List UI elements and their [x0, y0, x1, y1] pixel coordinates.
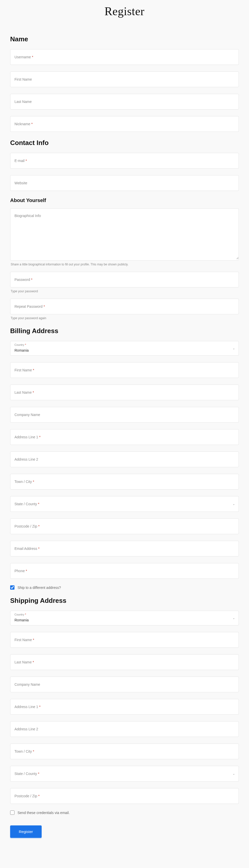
email-field-wrap: E-mail *: [10, 153, 239, 168]
billing-state-wrap: State / County * ⌄: [10, 496, 239, 512]
shipping-first-name-input[interactable]: [10, 632, 239, 647]
section-heading-billing: Billing Address: [10, 327, 239, 335]
shipping-address1-input[interactable]: [10, 699, 239, 714]
billing-email-wrap: Email Address *: [10, 541, 239, 556]
billing-state-select[interactable]: [10, 496, 239, 512]
email-input[interactable]: [10, 153, 239, 168]
shipping-country-select[interactable]: Romania: [10, 613, 239, 625]
billing-country-field-wrap: Country * Romania ⌄: [10, 341, 239, 356]
repeat-password-field-wrap: Repeat Password *: [10, 299, 239, 314]
billing-city-wrap: Town / City *: [10, 474, 239, 490]
section-heading-name: Name: [10, 35, 239, 43]
shipping-address1-wrap: Address Line 1 *: [10, 699, 239, 715]
shipping-address2-wrap: [10, 721, 239, 737]
billing-phone-wrap: Phone *: [10, 563, 239, 579]
nickname-field-wrap: Nickname *: [10, 116, 239, 132]
section-heading-contact: Contact Info: [10, 139, 239, 147]
ship-different-checkbox[interactable]: [10, 585, 15, 590]
username-input[interactable]: [10, 50, 239, 65]
last-name-input[interactable]: [10, 94, 239, 109]
shipping-country-field-wrap: Country * Romania ⌄: [10, 611, 239, 625]
billing-email-input[interactable]: [10, 541, 239, 556]
shipping-first-name-wrap: First Name *: [10, 632, 239, 648]
billing-phone-input[interactable]: [10, 563, 239, 579]
billing-postcode-wrap: Postcode / Zip *: [10, 519, 239, 534]
last-name-field-wrap: [10, 94, 239, 110]
shipping-postcode-wrap: Postcode / Zip *: [10, 788, 239, 804]
ship-different-label: Ship to a different address?: [18, 586, 61, 590]
first-name-field-wrap: [10, 71, 239, 87]
section-heading-about: About Yourself: [10, 197, 239, 203]
billing-address2-input[interactable]: [10, 452, 239, 467]
billing-address1-input[interactable]: [10, 429, 239, 445]
shipping-city-wrap: Town / City *: [10, 744, 239, 759]
bio-helper: Share a little biographical information …: [11, 262, 239, 266]
first-name-input[interactable]: [10, 72, 239, 87]
shipping-state-wrap: State / County * ⌄: [10, 766, 239, 781]
billing-company-wrap: [10, 407, 239, 423]
billing-postcode-input[interactable]: [10, 519, 239, 534]
billing-first-name-wrap: First Name *: [10, 362, 239, 378]
repeat-password-helper: Type your password again: [11, 316, 239, 320]
shipping-company-input[interactable]: [10, 677, 239, 692]
password-helper: Type your password: [11, 289, 239, 293]
shipping-city-input[interactable]: [10, 744, 239, 759]
password-input[interactable]: [10, 272, 239, 287]
shipping-postcode-input[interactable]: [10, 788, 239, 804]
page-title: Register: [10, 0, 239, 28]
website-input[interactable]: [10, 176, 239, 191]
billing-address1-wrap: Address Line 1 *: [10, 429, 239, 445]
billing-last-name-input[interactable]: [10, 385, 239, 400]
website-field-wrap: [10, 175, 239, 191]
bio-textarea[interactable]: [10, 209, 239, 259]
billing-address2-wrap: [10, 452, 239, 467]
billing-first-name-input[interactable]: [10, 363, 239, 378]
shipping-state-select[interactable]: [10, 766, 239, 781]
password-field-wrap: Password *: [10, 272, 239, 287]
billing-company-input[interactable]: [10, 407, 239, 422]
shipping-address2-input[interactable]: [10, 721, 239, 737]
billing-city-input[interactable]: [10, 474, 239, 489]
billing-last-name-wrap: Last Name *: [10, 384, 239, 400]
send-credentials-label: Send these credentials via email.: [18, 811, 70, 815]
send-credentials-row: Send these credentials via email.: [10, 810, 239, 815]
send-credentials-checkbox[interactable]: [10, 810, 15, 815]
repeat-password-input[interactable]: [10, 299, 239, 314]
shipping-company-wrap: [10, 677, 239, 692]
billing-country-select[interactable]: Romania: [10, 343, 239, 355]
register-button[interactable]: Register: [10, 826, 42, 838]
section-heading-shipping: Shipping Address: [10, 597, 239, 604]
shipping-last-name-input[interactable]: [10, 655, 239, 670]
ship-different-row: Ship to a different address?: [10, 585, 239, 590]
nickname-input[interactable]: [10, 116, 239, 131]
bio-field-wrap: Biographical Info: [10, 208, 239, 260]
username-field-wrap: Username *: [10, 49, 239, 65]
shipping-last-name-wrap: Last Name *: [10, 654, 239, 670]
